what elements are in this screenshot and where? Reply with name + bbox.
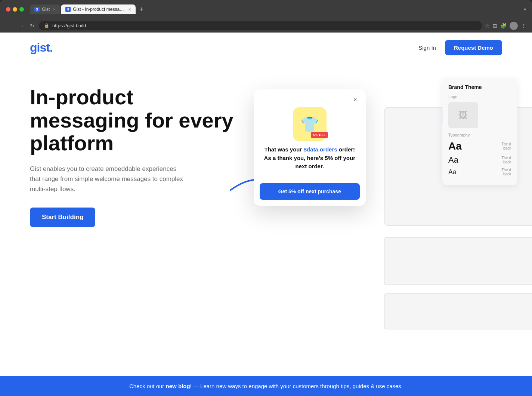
modal-product-image: 👕 5% OFF	[254, 107, 366, 141]
tab-favicon-2: G	[65, 7, 71, 12]
banner-link[interactable]: new blog	[166, 383, 190, 389]
tab-close-1[interactable]: ✕	[53, 7, 56, 12]
typo-desc-2: The dback	[501, 156, 511, 164]
typo-desc-3: The dback	[501, 168, 511, 176]
hero-subtitle: Gist enables you to create embeddable ex…	[30, 164, 187, 194]
puzzle-icon[interactable]: 🧩	[500, 23, 507, 29]
bookmark-icon[interactable]: ☆	[485, 23, 490, 29]
brand-panel-title: Brand Theme	[448, 84, 511, 90]
extensions-icon[interactable]: ⊞	[493, 23, 497, 29]
discount-badge: 5% OFF	[311, 132, 328, 138]
modal-close-button[interactable]: ×	[351, 95, 360, 104]
forward-button[interactable]: →	[17, 22, 25, 30]
page-wrapper: gist. Sign In Request Demo In-product me…	[0, 33, 532, 396]
lock-icon: 🔒	[44, 23, 49, 28]
modal-card: × 👕 5% OFF That was your $data.orders or…	[254, 89, 366, 206]
banner-suffix: ! — Learn new ways to engage with your c…	[190, 383, 403, 389]
tab-close-2[interactable]: ✕	[128, 7, 131, 12]
url-bar[interactable]: 🔒 https://gist.build	[39, 21, 482, 30]
typography-row-1: Aa The dback	[448, 140, 511, 152]
traffic-lights	[6, 7, 24, 12]
hero-title: In-product messaging for every platform	[30, 86, 242, 155]
product-icon: 👕 5% OFF	[293, 107, 327, 141]
brand-logo-label: Logo	[448, 95, 511, 99]
modal-message: That was your $data.orders order! As a t…	[261, 145, 358, 171]
url-text: https://gist.build	[52, 23, 86, 28]
new-tab-button[interactable]: +	[136, 6, 146, 13]
brand-logo-placeholder: 🖼	[448, 102, 478, 128]
modal-data-variable: $data.orders	[304, 146, 337, 153]
sign-in-button[interactable]: Sign In	[418, 44, 436, 51]
tabs-bar: G Gist ✕ G Gist - In-product messaging f…	[30, 4, 521, 14]
close-button[interactable]	[6, 7, 10, 12]
modal-header: ×	[254, 89, 366, 107]
address-icons: ☆ ⊞ 🧩 ⋮	[485, 22, 526, 30]
modal-divider	[261, 177, 358, 177]
minimize-button[interactable]	[13, 7, 17, 12]
navbar: gist. Sign In Request Demo	[0, 33, 532, 63]
typography-row-2: Aa The dback	[448, 155, 511, 165]
tab-favicon-1: G	[34, 7, 40, 12]
bottom-banner: Check out our new blog! — Learn new ways…	[0, 376, 532, 396]
more-button[interactable]: ▾	[524, 7, 526, 12]
hero-section: In-product messaging for every platform …	[0, 63, 532, 376]
close-icon: ×	[353, 96, 357, 103]
typo-aa-large: Aa	[448, 140, 462, 152]
nav-actions: Sign In Request Demo	[418, 40, 502, 55]
profile-icon[interactable]	[510, 22, 518, 30]
hero-left: In-product messaging for every platform …	[30, 78, 242, 376]
tab-gist-inproduct[interactable]: G Gist - In-product messaging fo ✕	[61, 4, 136, 14]
browser-chrome: G Gist ✕ G Gist - In-product messaging f…	[0, 0, 532, 33]
tab-gist[interactable]: G Gist ✕	[30, 4, 60, 14]
request-demo-button[interactable]: Request Demo	[445, 40, 502, 55]
tab-title-2: Gist - In-product messaging fo	[73, 7, 125, 12]
logo: gist.	[30, 41, 53, 55]
image-icon: 🖼	[459, 110, 468, 120]
start-building-button[interactable]: Start Building	[30, 208, 95, 227]
brand-theme-panel: Brand Theme Logo 🖼 Typography Aa The dba…	[442, 78, 517, 185]
typography-row-3: Aa The dback	[448, 168, 511, 176]
menu-icon[interactable]: ⋮	[521, 23, 526, 29]
modal-cta-button[interactable]: Get 5% off next purchase	[260, 183, 360, 200]
back-button[interactable]: ←	[6, 22, 14, 30]
modal-message-before: That was your	[265, 146, 304, 153]
refresh-button[interactable]: ↻	[28, 22, 36, 30]
typo-desc-1: The dback	[501, 142, 511, 150]
title-bar: G Gist ✕ G Gist - In-product messaging f…	[0, 0, 532, 19]
address-bar: ← → ↻ 🔒 https://gist.build ☆ ⊞ 🧩 ⋮	[0, 19, 532, 33]
tshirt-icon: 👕	[300, 116, 319, 133]
maximize-button[interactable]	[19, 7, 24, 12]
banner-prefix: Check out our	[129, 383, 166, 389]
tab-title-1: Gist	[42, 7, 50, 12]
brand-typography-label: Typography	[448, 133, 511, 137]
hero-right: × 👕 5% OFF That was your $data.orders or…	[242, 78, 502, 376]
typo-aa-small: Aa	[448, 168, 457, 176]
modal-text: That was your $data.orders order! As a t…	[254, 145, 366, 177]
typo-aa-medium: Aa	[448, 155, 458, 165]
